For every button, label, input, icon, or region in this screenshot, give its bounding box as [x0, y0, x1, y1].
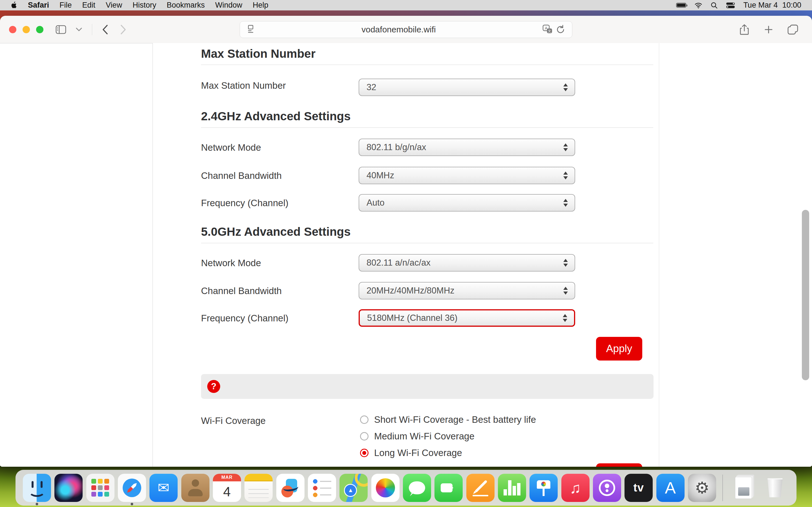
dock-icon-contacts[interactable] [181, 474, 209, 502]
mail-envelope-icon: ✉ [158, 480, 169, 496]
select-spinner-icon [563, 83, 568, 92]
radio-option-long-coverage[interactable]: Long Wi-Fi Coverage [360, 447, 462, 459]
apple-menu-icon[interactable] [11, 2, 17, 9]
dock-icon-finder[interactable] [23, 474, 51, 502]
dock-icon-documents-stack[interactable] [729, 474, 758, 502]
menu-item-view[interactable]: View [106, 1, 122, 10]
radio-label: Long Wi-Fi Coverage [374, 448, 462, 458]
sidebar-chevron-icon[interactable] [71, 22, 87, 38]
dock-icon-podcasts[interactable] [593, 474, 621, 502]
menu-item-history[interactable]: History [133, 1, 156, 10]
select-value: 802.11 b/g/n/ax [366, 142, 426, 152]
sidebar-toggle-icon[interactable] [53, 22, 69, 38]
dock-icon-music[interactable]: ♫ [561, 474, 590, 502]
menu-item-window[interactable]: Window [215, 1, 242, 10]
section-divider [201, 64, 653, 65]
svg-text:文: 文 [548, 29, 551, 33]
forward-button[interactable] [115, 22, 131, 38]
dock-icon-photos[interactable] [371, 474, 400, 502]
dock-icon-mail[interactable]: ✉ [149, 474, 177, 502]
menu-bar-clock[interactable]: Tue Mar 4 10:00 [743, 1, 801, 10]
back-button[interactable] [97, 22, 113, 38]
radio-label: Medium Wi-Fi Coverage [374, 431, 474, 442]
select-network-mode-5[interactable]: 802.11 a/n/ac/ax [359, 254, 575, 272]
spotlight-search-icon[interactable] [711, 2, 718, 9]
zoom-window-button[interactable] [36, 26, 43, 33]
macos-dock: ✉ MAR 4 ▲ ♫ tv A ⚙ [15, 470, 797, 506]
select-value: 32 [366, 82, 376, 93]
menu-item-file[interactable]: File [59, 1, 72, 10]
launchpad-grid [91, 479, 109, 497]
select-spinner-icon [563, 199, 568, 207]
tab-overview-icon[interactable] [785, 22, 801, 38]
macos-menu-bar: Safari File Edit View History Bookmarks … [0, 0, 812, 10]
radio-button-selected[interactable] [360, 449, 368, 457]
dock-icon-trash[interactable] [761, 474, 789, 502]
section-title-5ghz: 5.0GHz Advanced Settings [201, 225, 351, 238]
window-controls [9, 26, 43, 33]
select-channel-bandwidth-24[interactable]: 40MHz [359, 167, 575, 184]
select-channel-bandwidth-5[interactable]: 20MHz/40MHz/80MHz [359, 282, 575, 299]
dock-icon-calendar[interactable]: MAR 4 [213, 474, 241, 502]
menu-item-safari[interactable]: Safari [28, 1, 49, 10]
router-settings-page: Max Station Number Max Station Number 32… [0, 43, 812, 467]
trash-bin-icon [767, 478, 783, 497]
dock-icon-facetime[interactable] [435, 474, 463, 502]
dock-icon-launchpad[interactable] [86, 474, 114, 502]
label-channel-bandwidth-5: Channel Bandwidth [201, 286, 282, 296]
dock-icon-freeform[interactable] [276, 474, 305, 502]
label-frequency-channel-5: Frequency (Channel) [201, 313, 289, 324]
radio-option-medium-coverage[interactable]: Medium Wi-Fi Coverage [360, 431, 474, 442]
dock-icon-maps[interactable]: ▲ [340, 474, 368, 502]
label-channel-bandwidth-24: Channel Bandwidth [201, 170, 282, 181]
dock-icon-reminders[interactable] [308, 474, 336, 502]
menu-bar-time: 10:00 [782, 1, 801, 10]
menu-item-bookmarks[interactable]: Bookmarks [167, 1, 205, 10]
menu-item-help[interactable]: Help [253, 1, 268, 10]
select-network-mode-24[interactable]: 802.11 b/g/n/ax [359, 138, 575, 156]
new-tab-icon[interactable] [761, 22, 776, 38]
reader-view-icon[interactable] [245, 24, 256, 35]
desktop-screen: Safari File Edit View History Bookmarks … [0, 0, 812, 507]
battery-icon[interactable] [676, 3, 686, 8]
scrollbar-thumb[interactable] [802, 210, 809, 380]
dock-icon-app-store[interactable]: A [656, 474, 684, 502]
maps-navigation-icon: ▲ [344, 484, 357, 497]
section-divider [201, 127, 653, 128]
minimize-window-button[interactable] [22, 26, 30, 33]
menu-item-edit[interactable]: Edit [82, 1, 96, 10]
section-title-24ghz: 2.4GHz Advanced Settings [201, 110, 351, 123]
music-note-icon: ♫ [569, 479, 581, 497]
radio-option-short-coverage[interactable]: Short Wi-Fi Coverage - Best battery life [360, 414, 536, 425]
url-text: vodafonemobile.wifi [256, 25, 541, 34]
select-spinner-icon [563, 171, 568, 180]
control-center-icon[interactable] [726, 3, 735, 8]
share-icon[interactable] [737, 22, 752, 38]
dock-icon-apple-tv[interactable]: tv [624, 474, 653, 502]
dock-icon-siri[interactable] [54, 474, 83, 502]
dock-icon-messages[interactable] [403, 474, 431, 502]
dock-icon-pages[interactable] [466, 474, 495, 502]
dock-icon-numbers[interactable] [498, 474, 526, 502]
dock-icon-safari[interactable] [118, 474, 146, 502]
select-frequency-channel-5-highlighted[interactable]: 5180MHz (Channel 36) [359, 309, 575, 327]
apply-button-partially-visible[interactable] [596, 463, 642, 467]
apply-button[interactable]: Apply [596, 337, 642, 360]
dock-icon-system-settings[interactable]: ⚙ [688, 474, 716, 502]
select-frequency-channel-24[interactable]: Auto [359, 194, 575, 212]
section-divider [201, 243, 653, 243]
help-icon[interactable]: ? [207, 380, 220, 393]
dock-icon-keynote[interactable] [529, 474, 558, 502]
translate-icon[interactable]: A文 [541, 23, 554, 36]
dock-icon-notes[interactable] [245, 474, 273, 502]
select-max-station-number[interactable]: 32 [359, 78, 575, 96]
label-network-mode-24: Network Mode [201, 142, 261, 153]
radio-button-unselected[interactable] [360, 415, 368, 424]
facetime-camera-icon [441, 483, 453, 492]
reload-icon[interactable] [554, 23, 567, 36]
close-window-button[interactable] [9, 26, 16, 33]
radio-button-unselected[interactable] [360, 432, 368, 441]
address-bar[interactable]: vodafonemobile.wifi A文 [240, 21, 572, 38]
gear-icon: ⚙ [695, 478, 709, 497]
wifi-icon[interactable] [695, 2, 702, 9]
